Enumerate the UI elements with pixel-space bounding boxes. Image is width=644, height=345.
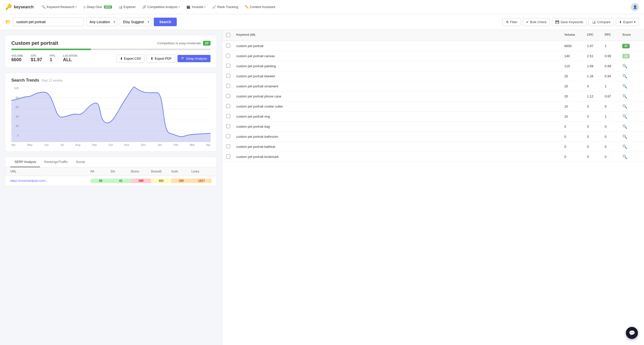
- table-row: custom pet portrait painting 110 1.69 0.…: [222, 61, 644, 71]
- filter-button[interactable]: ⚙ Filter: [503, 18, 521, 26]
- row-score: 37: [622, 44, 640, 48]
- kw-stats: Volume 6600 CPC $1.97 PPC 1 Location ALL: [11, 54, 211, 62]
- search-icon[interactable]: 🔍: [622, 104, 627, 109]
- col-cpc-header: CPC: [587, 33, 605, 38]
- row-select-checkbox[interactable]: [226, 154, 230, 158]
- export-csv-label: Export CSV: [124, 57, 141, 60]
- row-select-checkbox[interactable]: [226, 134, 230, 138]
- select-all-checkbox[interactable]: [226, 33, 230, 37]
- row-ppc: 0: [605, 145, 622, 149]
- row-select-checkbox[interactable]: [226, 54, 230, 58]
- tab-rankings-traffic[interactable]: Rankings/Traffic: [40, 157, 72, 167]
- deep-dive-icon: ◇: [83, 5, 86, 9]
- col-pa-header: PA: [91, 170, 111, 173]
- search-icon[interactable]: 🔍: [622, 134, 627, 139]
- tab-social[interactable]: Social: [72, 157, 89, 167]
- search-input[interactable]: [13, 18, 84, 26]
- tab-rankings-label: Rankings/Traffic: [44, 160, 68, 164]
- row-checkbox: [226, 84, 236, 89]
- table-row: custom pet portrait canvas 140 2.51 0.99…: [222, 51, 644, 61]
- row-cpc: 1.12: [587, 94, 605, 98]
- row-checkbox: [226, 154, 236, 159]
- row-score: 🔍: [622, 84, 640, 89]
- export-pdf-button[interactable]: ⬇ Export PDF: [147, 55, 175, 62]
- nav-explorer[interactable]: 📊 Explorer: [116, 4, 138, 10]
- location-select[interactable]: Any Location: [86, 18, 117, 26]
- nav-keyword-research[interactable]: 🔍 Keyword Research ▾: [39, 4, 79, 10]
- row-select-checkbox[interactable]: [226, 44, 230, 48]
- content-assistant-icon: ✏️: [245, 5, 249, 9]
- export-pdf-label: Export PDF: [155, 57, 171, 60]
- row-keyword: custom pet portrait bathtub: [236, 145, 564, 149]
- tabs-header: SERP Analysis Rankings/Traffic Social: [5, 157, 217, 167]
- stat-cpc: CPC $1.97: [31, 54, 42, 62]
- chevron-down-icon: ▾: [75, 6, 77, 8]
- save-keywords-button[interactable]: 💾 Save Keywords: [552, 18, 587, 26]
- tab-serp-analysis[interactable]: SERP Analysis: [10, 157, 40, 167]
- row-checkbox: [226, 44, 236, 48]
- search-icon[interactable]: 🔍: [622, 145, 627, 149]
- bulk-check-button[interactable]: ✔ Bulk Check: [523, 18, 550, 26]
- row-select-checkbox[interactable]: [226, 84, 230, 88]
- progress-bar-container: [11, 49, 211, 50]
- search-icon[interactable]: 🔍: [622, 64, 627, 68]
- compare-button[interactable]: 📊 Compare: [589, 18, 614, 26]
- table-row: custom pet portrait bookmark 0 0 0 🔍: [222, 152, 644, 162]
- row-score: 🔍: [622, 114, 640, 119]
- row-checkbox: [226, 64, 236, 68]
- search-button[interactable]: Search: [154, 18, 177, 26]
- row-select-checkbox[interactable]: [226, 64, 230, 68]
- chat-icon: 💬: [629, 330, 635, 336]
- logo[interactable]: 🔑 keysearch: [5, 4, 34, 10]
- row-select-checkbox[interactable]: [226, 124, 230, 128]
- x-label-feb: Feb: [173, 143, 178, 146]
- user-avatar[interactable]: 👤: [631, 3, 639, 11]
- nav-content-assistant[interactable]: ✏️ Content Assistant: [242, 4, 278, 10]
- search-icon[interactable]: 🔍: [622, 114, 627, 119]
- export-button[interactable]: ⬇ Export ▾: [616, 18, 639, 26]
- trends-header: Search Trends Past 12 months: [11, 78, 211, 83]
- search-icon[interactable]: 🔍: [622, 124, 627, 129]
- nav-deep-dive-label: Deep Dive: [87, 5, 102, 9]
- col-checkbox-header: [226, 33, 236, 38]
- row-keyword: custom pet portrait bookmark: [236, 155, 564, 159]
- filter-icon: ⚙: [506, 20, 509, 24]
- nav-rank-tracking[interactable]: 📈 Rank Tracking: [210, 4, 241, 10]
- row-volume: 0: [564, 135, 587, 139]
- row-select-checkbox[interactable]: [226, 104, 230, 108]
- row-volume: 20: [564, 74, 587, 78]
- bulk-check-icon: ✔: [526, 20, 529, 24]
- stat-ppc: PPC 1: [50, 54, 55, 62]
- row-volume: 6600: [564, 44, 587, 48]
- search-icon[interactable]: 🔍: [622, 84, 627, 88]
- keyword-card: Custom pet portrait Competition is easy-…: [5, 35, 217, 68]
- suggest-select[interactable]: Etsy Suggest: [120, 18, 151, 26]
- export-icon: ⬇: [619, 20, 622, 24]
- row-keyword: custom pet portrait ornament: [236, 84, 564, 88]
- export-csv-button[interactable]: ⬇ Export CSV: [116, 55, 145, 62]
- row-score: 🔍: [622, 74, 640, 79]
- nav-deep-dive[interactable]: ◇ Deep Dive NEW!: [81, 4, 114, 10]
- col-url-header: URL: [10, 170, 91, 173]
- col-auth-header: Auth: [171, 170, 191, 173]
- kw-header: Custom pet portrait Competition is easy-…: [11, 40, 211, 46]
- competition-label: Competition is easy-moderate 37: [157, 41, 211, 46]
- row-select-checkbox[interactable]: [226, 144, 230, 148]
- nav-youtube[interactable]: 🎬 Youtube ▾: [184, 4, 208, 10]
- search-icon[interactable]: 🔍: [622, 155, 627, 159]
- chat-bubble[interactable]: 💬: [626, 327, 638, 339]
- search-icon[interactable]: 🔍: [622, 74, 627, 78]
- row-select-checkbox[interactable]: [226, 94, 230, 98]
- x-label-apr: Apr: [11, 143, 16, 146]
- row-select-checkbox[interactable]: [226, 114, 230, 118]
- x-label-dec: Dec: [141, 143, 146, 146]
- col-volume-header: Volume: [564, 33, 587, 38]
- row-select-checkbox[interactable]: [226, 74, 230, 78]
- table-row: custom pet portrait bathtub 0 0 0 🔍: [222, 142, 644, 152]
- row-keyword: custom pet portrait phone case: [236, 94, 564, 98]
- nav-competitive-analysis[interactable]: 🔗 Competitive Analysis ▾: [140, 4, 182, 10]
- deep-analysis-button[interactable]: 🔍 Deep Analysis: [178, 55, 211, 62]
- row-checkbox: [226, 124, 236, 129]
- search-icon[interactable]: 🔍: [622, 94, 627, 98]
- folder-icon[interactable]: 📁: [5, 19, 11, 25]
